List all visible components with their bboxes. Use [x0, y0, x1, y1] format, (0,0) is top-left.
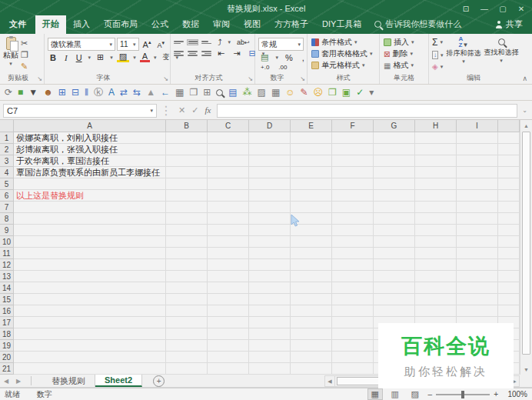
grid-cell[interactable]	[14, 259, 166, 271]
column-header-B[interactable]: B	[166, 120, 208, 132]
column-header-C[interactable]: C	[208, 120, 249, 132]
grid-cell[interactable]	[457, 155, 498, 167]
grid-cell[interactable]	[14, 340, 166, 352]
row-header-21[interactable]: 21	[0, 363, 14, 375]
grid-cell[interactable]	[374, 282, 415, 294]
grid-cell[interactable]	[208, 305, 249, 317]
clear-button[interactable]: ◈▾	[432, 62, 444, 71]
grid-cell[interactable]	[14, 305, 166, 317]
wrap-text-button[interactable]: ab↩	[234, 38, 252, 46]
vertical-scroll-thumb[interactable]	[522, 132, 530, 355]
grid-cell[interactable]	[208, 155, 249, 167]
decrease-indent-button[interactable]: ⇤	[215, 48, 227, 58]
close-button[interactable]: ✕	[512, 0, 530, 17]
grid-cell[interactable]	[498, 259, 520, 271]
grid-cell[interactable]	[166, 294, 208, 305]
tell-me-search[interactable]: 告诉我你想要做什么	[368, 15, 467, 34]
fill-color-button[interactable]: ▨	[117, 52, 129, 62]
number-dialog-launcher[interactable]: ↘	[300, 75, 305, 82]
cell-styles-button[interactable]: 单元格样式▾	[311, 60, 377, 71]
grid-cell[interactable]	[457, 178, 498, 190]
collapse-ribbon-icon[interactable]: ∧	[522, 75, 527, 82]
grid-cell[interactable]	[332, 328, 374, 340]
find-select-button[interactable]: 查找和选择 ▾	[484, 36, 519, 72]
align-left-button[interactable]	[174, 51, 184, 56]
row-header-6[interactable]: 6	[0, 190, 14, 202]
grid-cell[interactable]: 侯娜英离职，刘刚入职接任	[14, 132, 166, 144]
tab-file[interactable]: 文件	[0, 15, 35, 34]
grid-cell[interactable]	[208, 132, 249, 144]
grid-cell[interactable]	[291, 282, 332, 294]
grid-cell[interactable]	[166, 178, 208, 190]
grid-cell[interactable]	[457, 225, 498, 236]
row-header-11[interactable]: 11	[0, 248, 14, 259]
grid-cell[interactable]	[14, 225, 166, 236]
grid-cell[interactable]	[166, 305, 208, 317]
font-color-button[interactable]: A	[140, 52, 150, 62]
row-header-13[interactable]: 13	[0, 271, 14, 282]
grid-cell[interactable]	[208, 190, 249, 202]
copy-sheet-icon[interactable]: ❐	[189, 87, 198, 98]
grid-cell[interactable]	[208, 317, 249, 328]
grid-cell[interactable]	[374, 178, 415, 190]
insert-cells-button[interactable]: 插入▾	[384, 37, 427, 48]
row-header-14[interactable]: 14	[0, 282, 14, 294]
ribbon-display-options-button[interactable]: ⊡	[457, 0, 475, 17]
grid-cell[interactable]	[498, 248, 520, 259]
grid-cell[interactable]	[208, 236, 249, 248]
grid-cell[interactable]	[498, 282, 520, 294]
grid-cell[interactable]	[14, 328, 166, 340]
grid-cell[interactable]	[332, 225, 374, 236]
grid-cell[interactable]	[166, 363, 208, 375]
increase-decimal-button[interactable]: +.0	[258, 64, 271, 71]
zoom-level[interactable]: 100%	[504, 390, 527, 398]
grid-cell[interactable]	[374, 144, 415, 155]
grid-cell[interactable]	[14, 178, 166, 190]
grid-cell[interactable]	[14, 271, 166, 282]
grid-cell[interactable]	[498, 132, 520, 144]
italic-button[interactable]: I	[62, 53, 70, 62]
grid-cell[interactable]	[249, 236, 291, 248]
grid-cell[interactable]	[249, 305, 291, 317]
grid-cell[interactable]	[374, 132, 415, 144]
font-dialog-launcher[interactable]: ↘	[163, 75, 168, 82]
grid-cell[interactable]	[498, 178, 520, 190]
grid-icon[interactable]: ⊞	[203, 87, 211, 98]
delete-table-icon[interactable]: ▦	[175, 87, 184, 98]
formula-input[interactable]	[217, 104, 517, 118]
next-sheet-icon[interactable]: ▶	[12, 375, 25, 387]
grid-cell[interactable]	[208, 259, 249, 271]
grid-cell[interactable]	[208, 178, 249, 190]
grid-cell[interactable]	[374, 202, 415, 213]
striped-table-icon[interactable]: ▤	[228, 87, 237, 98]
arrow-left-icon[interactable]: ←	[161, 87, 170, 98]
number-format-select[interactable]: 常规▾	[258, 38, 304, 51]
normal-view-button[interactable]: ▦	[368, 389, 382, 399]
grid-cell[interactable]	[166, 328, 208, 340]
magnifier-icon[interactable]	[216, 89, 223, 96]
shrink-font-button[interactable]: A▾	[155, 40, 167, 49]
fill-button[interactable]: ↓▾	[432, 51, 444, 59]
grid-cell[interactable]	[291, 236, 332, 248]
grid-cell[interactable]	[291, 363, 332, 375]
row-header-17[interactable]: 17	[0, 317, 14, 328]
filter-icon[interactable]: ▼	[28, 87, 38, 98]
row-header-19[interactable]: 19	[0, 340, 14, 352]
compare-columns-icon[interactable]: ⫴	[85, 87, 88, 98]
grid-cell[interactable]	[498, 213, 520, 225]
grid-cell[interactable]	[291, 271, 332, 282]
grid-cell[interactable]	[332, 340, 374, 352]
grid-cell[interactable]	[457, 248, 498, 259]
grid-cell[interactable]	[14, 202, 166, 213]
grid-cell[interactable]	[208, 328, 249, 340]
grid-cell[interactable]	[291, 328, 332, 340]
grid-cell[interactable]	[14, 363, 166, 375]
add-sheet-button[interactable]: +	[153, 375, 165, 387]
grid-cell[interactable]	[332, 352, 374, 363]
grid-cell[interactable]	[14, 236, 166, 248]
circled-function-icon[interactable]: ⓚ	[94, 87, 103, 98]
grid-cell[interactable]	[291, 294, 332, 305]
grid-cell[interactable]	[332, 248, 374, 259]
grid-cell[interactable]	[208, 225, 249, 236]
row-header-7[interactable]: 7	[0, 202, 14, 213]
